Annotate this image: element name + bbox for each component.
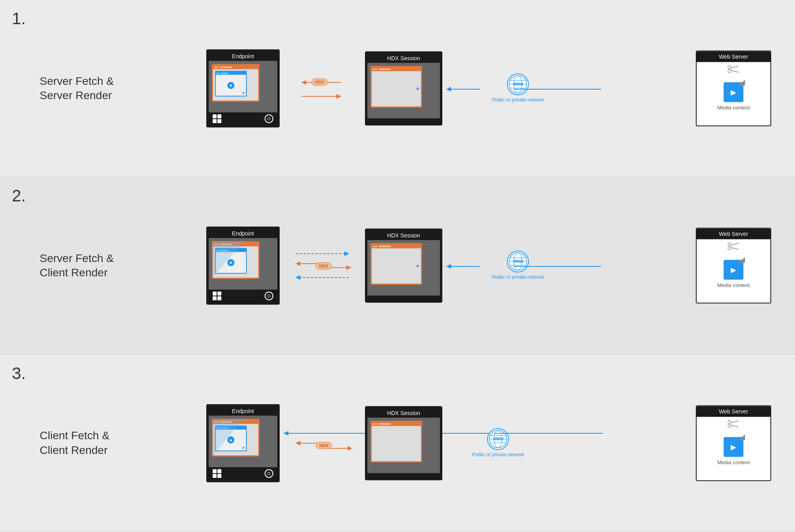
svg-point-10 <box>728 70 731 73</box>
hdx-label-1: HDX Session <box>367 54 440 63</box>
hdx-pill-3: HDX <box>316 442 332 449</box>
endpoint-device-3: Endpoint <box>206 404 280 482</box>
endpoint-device-2: Endpoint <box>206 227 280 305</box>
svg-point-9 <box>728 66 731 69</box>
webserver-label-1: Web Server <box>697 52 770 62</box>
scenario-3-title: Client Fetch & Client Render <box>40 429 127 457</box>
blue-arrow-hdx-1 <box>444 85 484 95</box>
endpoint-label-1: Endpoint <box>209 52 277 61</box>
hdx-pill-1: HDX <box>311 78 328 86</box>
svg-line-42 <box>731 425 739 427</box>
scissors-icon-3 <box>728 420 739 428</box>
network-label-1: Public or private network <box>492 97 544 103</box>
blue-line-server-1 <box>514 85 605 95</box>
media-icon-3 <box>724 437 743 457</box>
hdx-label-2: HDX Session <box>367 231 440 240</box>
svg-line-28 <box>731 248 739 250</box>
dashed-arrow-right-2 <box>294 250 353 259</box>
webserver-2: Web Server Media content <box>696 228 771 304</box>
gear-icon-3 <box>265 469 273 478</box>
svg-point-25 <box>728 243 731 246</box>
svg-point-26 <box>728 247 731 250</box>
scenario-1-title: Server Fetch & Server Render <box>40 74 127 103</box>
blue-arrow-hdx-2 <box>444 262 484 272</box>
hdx-session-3: HDX Session <box>365 406 442 480</box>
windows-icon-2 <box>213 292 221 300</box>
scenario-2-diagram: Endpoint <box>127 206 783 325</box>
orange-arrow-right-1 <box>298 92 345 102</box>
scenario-1-number: 1. <box>12 7 36 28</box>
orange-arrows-3: HDX <box>294 441 355 453</box>
media-label-1: Media content <box>717 105 750 111</box>
gear-icon-2 <box>265 292 273 300</box>
network-label-2: Public or private network <box>492 275 544 281</box>
windows-icon-3 <box>213 469 221 478</box>
svg-line-27 <box>731 243 739 245</box>
scissors-icon-2 <box>728 243 739 251</box>
network-label-3: Public or private network <box>472 452 524 458</box>
gear-icon-1 <box>265 115 273 123</box>
media-label-3: Media content <box>717 459 750 466</box>
scenario-1: 1. Server Fetch & Server Render Endpoint <box>0 0 795 177</box>
svg-line-11 <box>731 66 739 68</box>
endpoint-device-1: Endpoint <box>206 50 280 128</box>
svg-point-40 <box>728 424 731 427</box>
scenario-2-title: Server Fetch & Client Render <box>40 251 127 280</box>
media-icon-1 <box>724 82 743 102</box>
hdx-session-1: HDX Session e <box>365 52 442 126</box>
webserver-1: Web Server Media content <box>696 51 771 126</box>
media-label-2: Media content <box>717 282 750 289</box>
webserver-3: Web Server Media content <box>696 405 771 481</box>
scenario-3: 3. Client Fetch & Client Render Endpoint <box>0 355 795 532</box>
svg-line-12 <box>731 71 739 73</box>
svg-line-41 <box>731 421 739 423</box>
scenario-2: 2. Server Fetch & Client Render Endpoint <box>0 177 795 354</box>
scenario-3-diagram: Endpoint <box>127 384 783 503</box>
scenario-2-number: 2. <box>12 184 36 205</box>
orange-arrow-left-2: HDX <box>294 262 353 271</box>
scenario-3-number: 3. <box>12 362 36 383</box>
hdx-arrow-left-1: HDX <box>298 77 345 88</box>
scissors-icon-1 <box>728 65 739 73</box>
endpoint-label-2: Endpoint <box>209 229 277 238</box>
windows-icon-1 <box>213 115 221 123</box>
blue-line-server-2 <box>514 262 605 272</box>
dashed-arrow-left-2 <box>294 274 353 283</box>
scenario-1-diagram: Endpoint <box>127 33 783 144</box>
svg-point-39 <box>728 420 731 423</box>
hdx-session-2: HDX Session e <box>365 229 442 303</box>
blue-line-server-3 <box>494 429 607 439</box>
hdx-pill-2: HDX <box>315 262 332 270</box>
endpoint-label-3: Endpoint <box>209 406 277 415</box>
media-icon-2 <box>724 260 743 279</box>
hdx-label-3: HDX Session <box>367 408 440 417</box>
